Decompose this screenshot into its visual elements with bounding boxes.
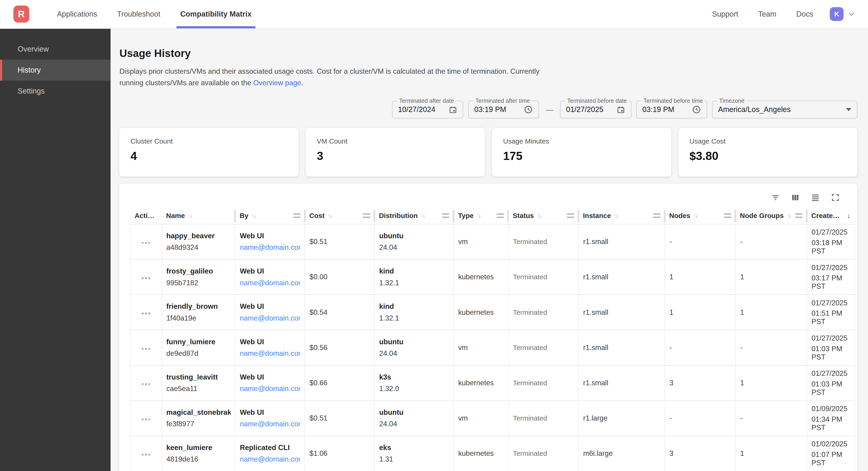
row-name: happy_beaver xyxy=(166,232,230,240)
row-user-email-link[interactable]: name@domain.com xyxy=(240,349,300,357)
column-divider xyxy=(373,210,375,223)
tab-compatibility-matrix[interactable]: Compatibility Matrix xyxy=(177,0,255,28)
row-user-email-link[interactable]: name@domain.com xyxy=(240,455,300,463)
row-by-source: Web UI xyxy=(240,373,300,381)
top-nav: R Applications Troubleshoot Compatibilit… xyxy=(0,0,868,29)
node-groups-cell: 1 xyxy=(736,436,807,471)
terminated-after-time-field[interactable]: Terminated after time 03:19 PM xyxy=(468,101,539,118)
row-user-email-link[interactable]: name@domain.com xyxy=(240,385,300,393)
column-menu-icon[interactable] xyxy=(497,213,504,218)
tab-applications[interactable]: Applications xyxy=(53,0,101,28)
row-actions-button[interactable] xyxy=(140,452,152,458)
column-menu-icon[interactable] xyxy=(795,213,802,218)
created-date: 01/02/2025 xyxy=(812,440,850,448)
column-menu-icon[interactable] xyxy=(653,213,660,218)
usage-minutes-card: Usage Minutes 175 xyxy=(492,128,671,177)
column-menu-icon[interactable] xyxy=(363,213,370,218)
column-menu-icon[interactable] xyxy=(293,213,300,218)
status-badge: Terminated xyxy=(513,344,547,351)
overview-page-link[interactable]: Overview page xyxy=(253,79,301,87)
sort-icon: ↑↓ xyxy=(476,213,480,219)
column-header-by[interactable]: By↑↓ xyxy=(235,208,305,224)
row-user-email-link[interactable]: name@domain.com xyxy=(240,314,300,322)
column-menu-icon[interactable] xyxy=(724,213,731,218)
column-header-created-at[interactable]: Created At↓ xyxy=(807,208,855,224)
sort-icon: ↑↓ xyxy=(536,213,540,219)
actions-cell xyxy=(130,436,162,471)
name-cell: friendly_brown1f40a19e xyxy=(162,295,235,330)
distribution-cell: ubuntu24.04 xyxy=(375,224,454,260)
field-value: America/Los_Angeles xyxy=(718,105,790,114)
column-header-type[interactable]: Type↑↓ xyxy=(454,208,508,224)
row-distribution: kind xyxy=(379,302,449,311)
row-actions-button[interactable] xyxy=(140,240,152,246)
nav-support[interactable]: Support xyxy=(708,10,742,19)
sidebar-item-settings[interactable]: Settings xyxy=(0,81,111,101)
stat-label: Cluster Count xyxy=(130,137,287,145)
terminated-before-time-field[interactable]: Terminated before time 03:19 PM xyxy=(636,101,707,118)
name-cell: magical_stonebrakerfe3f8977 xyxy=(162,401,235,436)
description-text: Displays prior clusters/VMs and their as… xyxy=(119,67,539,87)
vm-count-card: VM Count 3 xyxy=(306,128,485,177)
chevron-down-icon[interactable] xyxy=(847,10,856,19)
row-user-email-link[interactable]: name@domain.com xyxy=(240,279,300,287)
row-actions-button[interactable] xyxy=(140,346,152,352)
timezone-select[interactable]: Timezone America/Los_Angeles xyxy=(712,101,858,118)
column-divider xyxy=(234,210,236,223)
cost-cell: $0.54 xyxy=(305,295,374,330)
terminated-before-date-field[interactable]: Terminated before date 01/27/2025 xyxy=(560,101,631,118)
density-icon[interactable] xyxy=(810,193,820,203)
row-actions-button[interactable] xyxy=(140,416,152,422)
column-header-distribution[interactable]: Distribution↑↓ xyxy=(375,208,454,224)
row-name: trusting_leavitt xyxy=(166,373,230,381)
column-header-name[interactable]: Name↑↓ xyxy=(162,208,235,224)
nav-team[interactable]: Team xyxy=(754,10,780,19)
row-id: fe3f8977 xyxy=(166,420,230,428)
column-header-node-groups[interactable]: Node Groups↑↓ xyxy=(736,208,807,224)
row-actions-button[interactable] xyxy=(140,381,152,387)
row-name: magical_stonebraker xyxy=(166,408,230,417)
node-groups-cell: - xyxy=(736,224,807,260)
filter-icon[interactable] xyxy=(771,193,780,203)
type-cell: vm xyxy=(454,330,508,365)
table-row: trusting_leavittcae5ea11Web UIname@domai… xyxy=(130,365,855,401)
row-id: cae5ea11 xyxy=(166,385,230,393)
sidebar-item-history[interactable]: History xyxy=(0,60,111,81)
replicated-logo[interactable]: R xyxy=(13,5,30,23)
created-time: 03:18 PM PST xyxy=(812,239,850,255)
instance-cell: r1.small xyxy=(579,365,664,401)
fullscreen-icon[interactable] xyxy=(831,193,840,203)
column-header-cost[interactable]: Cost↑↓ xyxy=(305,208,374,224)
row-id: de9ed87d xyxy=(166,349,230,358)
avatar[interactable]: K xyxy=(830,7,844,21)
nav-docs[interactable]: Docs xyxy=(793,10,817,19)
by-cell: Web UIname@domain.com xyxy=(235,330,305,365)
columns-icon[interactable] xyxy=(790,193,800,203)
type-cell: kubernetes xyxy=(454,260,508,295)
row-user-email-link[interactable]: name@domain.com xyxy=(240,243,300,252)
actions-cell xyxy=(130,224,162,260)
row-actions-button[interactable] xyxy=(140,311,152,317)
column-header-status[interactable]: Status↑↓ xyxy=(508,208,579,224)
column-header-nodes[interactable]: Nodes↑↓ xyxy=(665,208,736,224)
terminated-after-date-field[interactable]: Terminated after date 10/27/2024 xyxy=(392,101,464,118)
column-menu-icon[interactable] xyxy=(442,213,449,218)
column-label: Node Groups xyxy=(740,212,784,219)
field-label: Terminated after time xyxy=(473,97,532,104)
distribution-cell: ubuntu24.04 xyxy=(375,401,454,436)
actions-cell xyxy=(130,365,162,401)
cost-cell: $0.51 xyxy=(305,224,374,260)
actions-cell xyxy=(130,330,162,365)
column-header-instance[interactable]: Instance↑↓ xyxy=(579,208,664,224)
row-actions-button[interactable] xyxy=(140,275,152,282)
usage-cost-card: Usage Cost $3.80 xyxy=(678,128,858,177)
dropdown-arrow-icon xyxy=(846,108,851,111)
stat-label: Usage Cost xyxy=(689,137,846,145)
cost-cell: $0.51 xyxy=(305,401,374,436)
by-cell: Web UIname@domain.com xyxy=(235,260,305,295)
sidebar-item-overview[interactable]: Overview xyxy=(0,39,111,60)
tab-troubleshoot[interactable]: Troubleshoot xyxy=(113,0,164,28)
row-user-email-link[interactable]: name@domain.com xyxy=(240,420,300,428)
column-menu-icon[interactable] xyxy=(567,213,574,218)
by-cell: Web UIname@domain.com xyxy=(235,295,305,330)
